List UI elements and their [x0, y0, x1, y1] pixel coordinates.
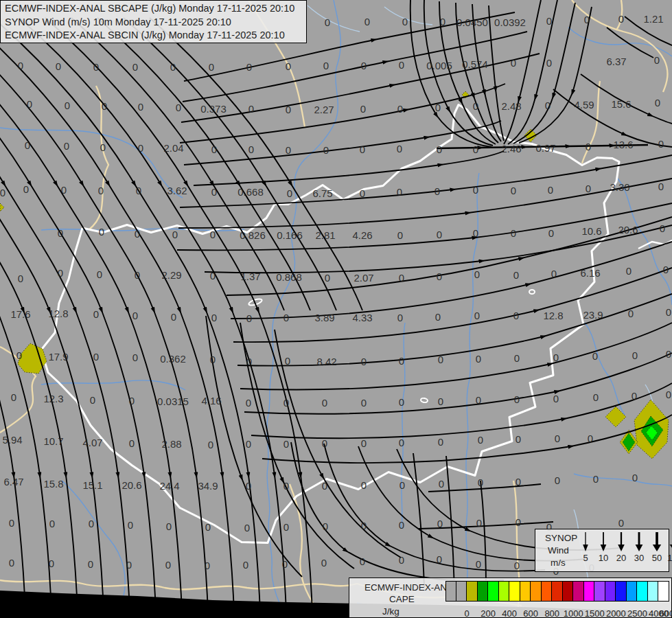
map-value-label: 0: [0, 187, 5, 198]
title-line-sbcin: ECMWF-INDEX-ANAL SBCIN (J/kg) Monday 17-…: [5, 29, 302, 43]
map-value-label: 0: [399, 437, 404, 448]
map-value-label: 2.04: [163, 142, 183, 154]
map-value-label: 2.27: [314, 104, 334, 115]
map-value-label: 0: [135, 269, 140, 281]
map-value-label: 0: [322, 480, 327, 492]
map-value-label: 0: [210, 229, 216, 240]
map-value-label: 0.0392: [494, 16, 526, 28]
map-value-label: 0: [325, 272, 330, 284]
map-value-label: 0.166: [277, 229, 303, 241]
map-value-label: 0: [246, 312, 252, 324]
map-value-label: 0: [210, 354, 216, 365]
map-value-label: 2.07: [354, 272, 373, 284]
map-value-label: 0: [322, 397, 327, 409]
map-value-label: 0: [654, 54, 660, 66]
map-value-label: 0: [287, 187, 292, 199]
map-value-label: 0: [16, 350, 22, 361]
map-value-label: 0: [435, 102, 441, 113]
map-value-label: 0: [132, 61, 138, 73]
map-title-box: ECMWF-INDEX-ANAL SBCAPE (J/kg) Monday 17…: [0, 0, 307, 43]
map-value-label: 17.9: [48, 351, 68, 363]
map-value-label: 0: [660, 222, 665, 234]
wind-speed-value: 50: [648, 553, 666, 563]
map-value-label: 4.16: [201, 395, 221, 407]
wind-speed-scale-item: 5: [577, 531, 594, 563]
wind-speed-scale-item: 10: [594, 531, 612, 563]
map-value-label: 0: [23, 183, 29, 195]
cape-color-cell: [467, 581, 478, 602]
map-value-label: 0: [476, 394, 481, 406]
cape-legend: ECMWF-INDEX-ANAL CAPE J/kg 0200400600800…: [349, 577, 672, 618]
map-value-label: 0: [555, 433, 560, 444]
map-value-label: 0: [246, 356, 252, 367]
map-value-label: 0: [438, 396, 443, 407]
map-value-label: 0: [283, 521, 289, 533]
map-value-label: 0: [64, 140, 69, 152]
map-value-label: 0: [97, 268, 102, 280]
cape-color-cell: [542, 581, 553, 602]
map-value-label: 0.373: [200, 103, 227, 115]
map-value-label: 12.8: [543, 310, 563, 321]
map-value-label: 0: [323, 520, 328, 532]
cape-color-cell: [594, 581, 605, 602]
map-value-label: 0: [514, 393, 520, 405]
map-value-label: 20.6: [618, 224, 638, 236]
map-value-label: 0: [361, 60, 367, 71]
map-value-label: 0: [546, 15, 552, 27]
map-value-label: 0: [165, 559, 171, 571]
map-value-label: 0: [514, 560, 520, 571]
map-value-label: 0: [364, 16, 370, 27]
map-value-label: 20.6: [121, 479, 141, 491]
cape-color-cell: [509, 581, 520, 602]
map-value-label: 0: [323, 144, 329, 156]
map-value-label: 0: [655, 97, 660, 108]
cape-color-cell: [531, 581, 542, 602]
map-value-label: 0: [136, 185, 141, 196]
map-value-label: 6.47: [3, 476, 23, 488]
map-value-label: 6.16: [580, 267, 600, 279]
map-value-label: 15.1: [82, 479, 102, 491]
map-value-label: 0: [476, 517, 482, 529]
wind-speed-value: 20: [612, 553, 630, 563]
cape-colorbar: [445, 581, 669, 602]
map-value-label: 0: [632, 350, 638, 361]
map-value-label: 12.8: [48, 308, 68, 319]
cape-tick-label: 2000: [606, 608, 626, 618]
map-value-label: 0: [666, 348, 671, 360]
map-value-label: 0: [514, 352, 520, 364]
map-value-label: 0: [548, 227, 554, 239]
cape-color-cell: [478, 581, 489, 602]
map-value-label: 0: [172, 229, 178, 240]
map-value-label: 0.868: [276, 271, 302, 283]
map-value-label: 24.4: [159, 480, 179, 492]
map-value-label: 0: [437, 271, 442, 282]
map-value-label: 0: [399, 59, 404, 71]
map-value-label: 4.59: [574, 99, 594, 111]
map-value-label: 0: [246, 397, 251, 409]
map-value-label: 0: [397, 143, 402, 154]
cape-color-cell: [488, 581, 499, 602]
map-value-label: 0: [211, 144, 217, 155]
map-value-label: 0: [61, 184, 67, 196]
map-value-label: 0: [244, 522, 250, 534]
wind-legend: SYNOP Wind m/s 510203050100: [535, 529, 669, 572]
wind-legend-subtitle: Wind: [548, 545, 569, 556]
wind-speed-scale-item: 30: [630, 531, 648, 563]
map-value-label: 17.6: [10, 308, 30, 320]
map-value-label: 0: [399, 355, 404, 367]
map-value-label: 0: [126, 559, 132, 571]
map-value-label: 0: [511, 57, 516, 69]
map-value-label: 0: [593, 391, 599, 403]
map-value-label: 0: [166, 520, 172, 532]
map-value-label: 0: [129, 395, 135, 407]
map-value-label: 0: [49, 558, 54, 569]
map-value-label: 0: [321, 557, 327, 569]
cape-color-cell: [648, 581, 659, 602]
cape-color-cell: [616, 581, 627, 602]
map-value-label: 0: [132, 310, 138, 321]
cape-tick-label: 1000: [564, 608, 583, 618]
map-value-label: 0: [9, 557, 14, 569]
cape-tick-label: 1500: [585, 608, 605, 618]
map-value-label: 0: [473, 227, 478, 239]
map-value-label: 0: [399, 479, 405, 491]
